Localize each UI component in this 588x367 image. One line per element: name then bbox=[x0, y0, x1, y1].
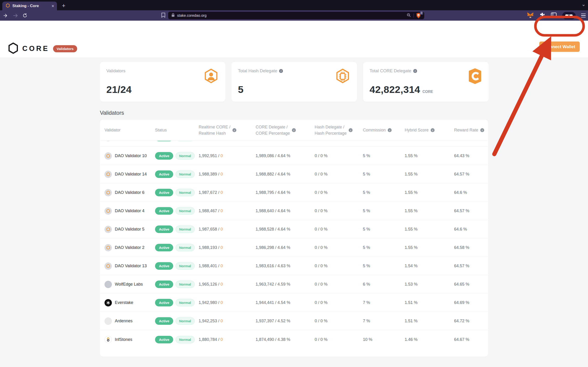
table-row[interactable]: DAO Validator 2 Active Normal 1,988,193 … bbox=[100, 239, 488, 257]
column-header: Hash Delegate / Hash Percentage bbox=[315, 124, 363, 136]
url-text: stake.coredao.org bbox=[177, 14, 404, 18]
menu-hamburger-icon[interactable] bbox=[581, 14, 586, 18]
table-row[interactable]: DAO Validator 4 Active Normal 1,988,467 … bbox=[100, 202, 488, 220]
core-hexagon-logo-icon bbox=[8, 42, 19, 55]
column-label: Commission bbox=[363, 128, 386, 132]
status-badge-normal: Normal bbox=[175, 317, 195, 325]
commission-cell: 5 % bbox=[363, 153, 405, 158]
core-delegate-cell: 1,988,882 / 4.64 % bbox=[256, 172, 315, 177]
status-badge-normal: Normal bbox=[175, 225, 195, 233]
core-delegate-cell: 1,874,490 / 4.38 % bbox=[256, 337, 315, 342]
column-label: CORE Delegate / bbox=[256, 125, 288, 129]
chip-hexagon-icon bbox=[335, 68, 350, 85]
validator-name[interactable]: DAO Validator 5 bbox=[115, 227, 145, 232]
validator-name[interactable]: InfStones bbox=[115, 337, 132, 342]
table-row[interactable]: Ardennes Active Normal 1,942,253 / 0 1,9… bbox=[100, 312, 488, 330]
realtime-cell: 1,992,951 / 0 bbox=[199, 153, 256, 158]
info-icon[interactable] bbox=[431, 128, 435, 132]
commission-cell: 7 % bbox=[363, 300, 405, 305]
reload-button[interactable] bbox=[23, 13, 27, 18]
metamask-icon[interactable] bbox=[527, 12, 534, 19]
table-row[interactable]: Everstake Active Normal 1,942,980 / 0 1,… bbox=[100, 294, 488, 312]
hash-delegate-cell: 0 / 0 % bbox=[315, 245, 363, 250]
realtime-cell: 1,988,193 / 0 bbox=[199, 245, 256, 250]
nav-badge-validators[interactable]: Validators bbox=[53, 45, 78, 52]
core-delegate-cell: 1,963,742 / 4.59 % bbox=[256, 282, 315, 287]
tab-title: Staking - Core bbox=[12, 4, 49, 8]
stat-unit: CORE bbox=[422, 90, 433, 94]
column-label: Hybrid Score bbox=[405, 128, 429, 132]
info-icon[interactable] bbox=[388, 128, 392, 132]
validator-name[interactable]: DAO Validator 2 bbox=[115, 245, 145, 250]
table-row[interactable]: DAO Validator 10 Active Normal 1,992,951… bbox=[100, 147, 488, 165]
stat-value: 5 bbox=[238, 84, 243, 95]
validator-avatar bbox=[104, 244, 112, 251]
info-icon[interactable] bbox=[413, 69, 417, 73]
status-badge-normal: Normal bbox=[175, 189, 195, 196]
extensions-puzzle-icon[interactable] bbox=[539, 12, 545, 19]
info-icon[interactable] bbox=[279, 69, 283, 73]
sidebar-toggle-icon[interactable] bbox=[551, 12, 557, 19]
reward-rate-cell: 64.6 % bbox=[454, 190, 486, 195]
core-delegate-cell: 1,937,397 / 4.52 % bbox=[256, 319, 315, 323]
validators-table: Validator Status Realtime CORE / Realtim… bbox=[100, 120, 488, 357]
browser-tab[interactable]: Staking - Core × bbox=[2, 2, 57, 10]
forward-button[interactable] bbox=[13, 13, 18, 18]
address-bar[interactable]: stake.coredao.org 2 bbox=[168, 12, 424, 19]
info-icon[interactable] bbox=[480, 128, 484, 132]
realtime-cell: 1,987,658 / 0 bbox=[199, 227, 256, 232]
stat-value: 21/24 bbox=[106, 84, 132, 95]
stat-card-hash-delegate: Total Hash Delegate 5 bbox=[232, 62, 357, 102]
validator-avatar bbox=[104, 152, 112, 160]
core-logo[interactable]: CORE Validators bbox=[8, 42, 77, 55]
validator-name[interactable]: WolfEdge Labs bbox=[115, 282, 143, 287]
column-label: Hash Delegate / bbox=[315, 125, 344, 129]
status-badge-normal: Normal bbox=[175, 141, 195, 141]
back-button[interactable] bbox=[3, 13, 8, 18]
reader-glasses-icon[interactable] bbox=[562, 12, 576, 19]
status-badge-active: Active bbox=[155, 141, 173, 141]
hybrid-score-cell: 1.55 % bbox=[405, 227, 454, 232]
hash-delegate-cell: 0 / 0 % bbox=[315, 300, 363, 305]
table-row[interactable]: DAO Validator 5 Active Normal 1,987,658 … bbox=[100, 220, 488, 239]
reward-rate-cell: 64.57 % bbox=[454, 209, 486, 213]
table-row[interactable]: WolfEdge Labs Active Normal 1,965,126 / … bbox=[100, 275, 488, 294]
tab-search-chevron-icon[interactable]: ⌄ bbox=[582, 1, 586, 7]
table-row[interactable]: DAO Validator 13 Active Normal 1,988,401… bbox=[100, 257, 488, 275]
lock-icon bbox=[171, 13, 175, 18]
table-row[interactable]: DAO Validator 14 Active Normal 1,988,389… bbox=[100, 165, 488, 184]
core-delegate-cell: 1,944,441 / 4.54 % bbox=[256, 300, 315, 305]
hash-delegate-cell: 0 / 0 % bbox=[315, 209, 363, 213]
status-badge-active: Active bbox=[155, 262, 173, 270]
status-badge-normal: Normal bbox=[175, 207, 195, 215]
validator-rows: DAO Validator 1 Active Normal 2,004,132 … bbox=[100, 141, 488, 356]
info-icon[interactable] bbox=[349, 128, 353, 132]
validator-name[interactable]: DAO Validator 13 bbox=[115, 264, 147, 268]
url-divider bbox=[414, 14, 414, 18]
validator-name[interactable]: Everstake bbox=[115, 300, 133, 305]
zoom-page-icon[interactable] bbox=[406, 13, 411, 18]
info-icon[interactable] bbox=[292, 128, 296, 132]
new-tab-button[interactable]: + bbox=[60, 2, 67, 9]
table-row[interactable]: DAO Validator 1 Active Normal 2,004,132 … bbox=[100, 141, 488, 147]
column-label: Reward Rate bbox=[454, 128, 478, 132]
validator-name[interactable]: DAO Validator 10 bbox=[115, 153, 147, 158]
validator-name[interactable]: DAO Validator 6 bbox=[115, 190, 145, 195]
hybrid-score-cell: 1.55 % bbox=[405, 190, 454, 195]
table-row[interactable]: DAO Validator 6 Active Normal 1,987,672 … bbox=[100, 184, 488, 202]
brave-shield-icon[interactable]: 2 bbox=[416, 13, 422, 19]
core-delegate-cell: 1,989,086 / 4.64 % bbox=[256, 153, 315, 158]
tab-close-icon[interactable]: × bbox=[52, 4, 54, 8]
commission-cell: 5 % bbox=[363, 264, 405, 268]
info-icon[interactable] bbox=[233, 128, 236, 132]
validator-name[interactable]: Ardennes bbox=[115, 319, 132, 323]
validator-avatar bbox=[104, 336, 112, 343]
validator-name[interactable]: DAO Validator 4 bbox=[115, 209, 145, 213]
validator-name[interactable]: DAO Validator 14 bbox=[115, 172, 147, 177]
connect-wallet-button[interactable]: Connect Wallet bbox=[539, 41, 580, 52]
validator-avatar bbox=[104, 299, 112, 307]
bookmark-icon[interactable] bbox=[161, 13, 165, 19]
status-badge-active: Active bbox=[155, 189, 173, 196]
hybrid-score-cell: 1.55 % bbox=[405, 172, 454, 177]
table-row[interactable]: InfStones Active Normal 1,880,784 / 0 1,… bbox=[100, 330, 488, 349]
